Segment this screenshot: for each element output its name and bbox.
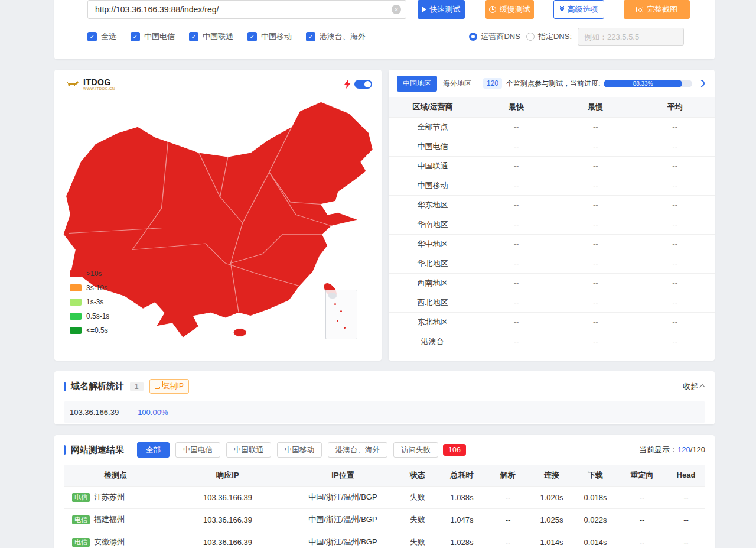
legend-label: >10s (86, 270, 102, 278)
region-fastest: -- (477, 117, 556, 137)
region-row[interactable]: 华中地区------ (389, 234, 715, 254)
result-row[interactable]: 电信安徽滁州103.36.166.39中国/浙江/温州/BGP失败1.028s-… (64, 531, 705, 548)
dns-input[interactable] (578, 28, 684, 46)
legend-label: 3s-10s (86, 284, 107, 292)
legend-swatch (70, 270, 82, 277)
map-animation-toggle[interactable] (354, 80, 372, 89)
quick-test-button[interactable]: 快速测试 (418, 0, 465, 19)
total-time: 1.038s (438, 486, 486, 508)
checkbox-item[interactable]: ✓中国联通 (189, 31, 233, 42)
url-input-wrap: × (87, 0, 406, 19)
copy-ip-button[interactable]: 复制IP (149, 379, 189, 394)
filter-chip[interactable]: 中国电信 (175, 442, 220, 458)
results-table: 检测点 响应IP IP位置 状态 总耗时 解析 连接 下载 重定向 Head 电… (64, 465, 705, 548)
region-row[interactable]: 中国联通------ (389, 156, 715, 176)
carrier-checkboxes: ✓全选✓中国电信✓中国联通✓中国移动✓港澳台、海外 (87, 31, 366, 42)
region-slowest: -- (556, 156, 635, 176)
results-table-body: 电信江苏苏州103.36.166.39中国/浙江/温州/BGP失败1.038s-… (64, 486, 705, 548)
filter-chip[interactable]: 访问失败 (393, 442, 438, 458)
node-cell: 电信江苏苏州 (64, 492, 167, 502)
response-ip: 103.36.166.39 (167, 531, 288, 548)
result-row[interactable]: 电信江苏苏州103.36.166.39中国/浙江/温州/BGP失败1.038s-… (64, 486, 705, 508)
legend-swatch (70, 299, 82, 306)
region-row[interactable]: 东北地区------ (389, 312, 715, 332)
col-download: 下载 (573, 465, 617, 486)
region-table-body: 全部节点------中国电信------中国联通------中国移动------… (389, 117, 715, 351)
full-screenshot-button[interactable]: 完整截图 (624, 0, 690, 19)
region-row[interactable]: 港澳台------ (389, 332, 715, 351)
filter-chip[interactable]: 中国联通 (226, 442, 271, 458)
region-row[interactable]: 西南地区------ (389, 273, 715, 293)
region-row[interactable]: 西北地区------ (389, 293, 715, 312)
region-name: 西南地区 (389, 273, 477, 293)
results-table-header: 检测点 响应IP IP位置 状态 总耗时 解析 连接 下载 重定向 Head (64, 465, 705, 486)
result-row[interactable]: 电信福建福州103.36.166.39中国/浙江/温州/BGP失败1.047s-… (64, 508, 705, 531)
region-row[interactable]: 中国电信------ (389, 137, 715, 156)
region-name: 西北地区 (389, 293, 477, 312)
advanced-options-button[interactable]: 高级选项 (553, 0, 604, 19)
region-average: -- (635, 312, 715, 332)
radio-selected-icon (469, 33, 477, 41)
region-slowest: -- (556, 195, 635, 215)
checkbox-item[interactable]: ✓港澳台、海外 (306, 31, 366, 42)
progress-label: 个监测点参与测试，当前进度: (506, 79, 600, 89)
checkbox-item[interactable]: ✓中国移动 (247, 31, 292, 42)
node-cell: 电信安徽滁州 (64, 537, 167, 547)
region-row[interactable]: 华南地区------ (389, 215, 715, 234)
redirect-time: -- (617, 486, 667, 508)
checkbox-item[interactable]: ✓全选 (87, 31, 116, 42)
region-row[interactable]: 华东地区------ (389, 195, 715, 215)
tab-overseas-region[interactable]: 海外地区 (437, 76, 477, 92)
filter-chip[interactable]: 中国移动 (277, 442, 322, 458)
checkbox-label: 全选 (101, 31, 116, 42)
ip-location: 中国/浙江/温州/BGP (288, 508, 397, 531)
dns-stats-head: 域名解析统计 1 复制IP 收起 (64, 379, 705, 394)
region-name: 中国联通 (389, 156, 477, 176)
display-count-label: 当前显示： (639, 445, 677, 454)
url-input[interactable] (87, 0, 406, 19)
collapse-button[interactable]: 收起 (683, 381, 705, 392)
col-ip-location: IP位置 (288, 465, 397, 486)
checkbox-item[interactable]: ✓中国电信 (131, 31, 175, 42)
legend-label: <=0.5s (86, 326, 108, 335)
page: × 快速测试 缓慢测试 高级选项 完整截图 ✓全选✓中国电信✓中国联通✓中国移动… (0, 0, 756, 548)
col-resolve: 解析 (486, 465, 530, 486)
region-fastest: -- (477, 332, 556, 351)
display-count-current: 120 (677, 445, 690, 454)
region-name: 中国电信 (389, 137, 477, 156)
region-average: -- (635, 176, 715, 195)
total-time: 1.047s (438, 508, 486, 531)
download-time: 0.018s (573, 486, 617, 508)
node-cell-td: 电信江苏苏州 (64, 486, 167, 508)
filter-chip[interactable]: 港澳台、海外 (328, 442, 387, 458)
connect-time: 1.014s (530, 531, 573, 548)
clock-icon (489, 6, 496, 13)
region-average: -- (635, 195, 715, 215)
tab-china-region[interactable]: 中国地区 (397, 76, 437, 92)
dns-count-badge: 1 (130, 382, 144, 391)
legend-swatch (70, 284, 82, 291)
region-fastest: -- (477, 293, 556, 312)
region-fastest: -- (477, 195, 556, 215)
logo-subtitle: WWW.ITDOG.CN (83, 87, 115, 90)
checkbox-label: 中国电信 (144, 31, 175, 42)
region-row[interactable]: 全部节点------ (389, 117, 715, 137)
head-time: -- (667, 531, 705, 548)
response-ip: 103.36.166.39 (167, 508, 288, 531)
clear-input-icon[interactable]: × (392, 5, 401, 14)
node-cell: 电信福建福州 (64, 514, 167, 525)
region-row[interactable]: 华北地区------ (389, 254, 715, 273)
test-toolbar-card: × 快速测试 缓慢测试 高级选项 完整截图 ✓全选✓中国电信✓中国联通✓中国移动… (54, 0, 715, 59)
filter-chip[interactable]: 全部 (137, 442, 170, 458)
radio-operator-dns[interactable]: 运营商DNS (469, 31, 520, 42)
region-average: -- (635, 234, 715, 254)
node-name: 福建福州 (94, 514, 125, 525)
response-ip: 103.36.166.39 (167, 486, 288, 508)
node-cell-td: 电信福建福州 (64, 508, 167, 531)
checkbox-checked-icon: ✓ (131, 32, 140, 41)
radio-custom-dns[interactable]: 指定DNS: (526, 31, 572, 42)
resolved-percent[interactable]: 100.00% (138, 408, 168, 417)
slow-test-button[interactable]: 缓慢测试 (485, 0, 534, 19)
region-stats-card: 中国地区 海外地区 120 个监测点参与测试，当前进度: 88.33% 区域/运… (389, 70, 715, 361)
region-row[interactable]: 中国移动------ (389, 176, 715, 195)
